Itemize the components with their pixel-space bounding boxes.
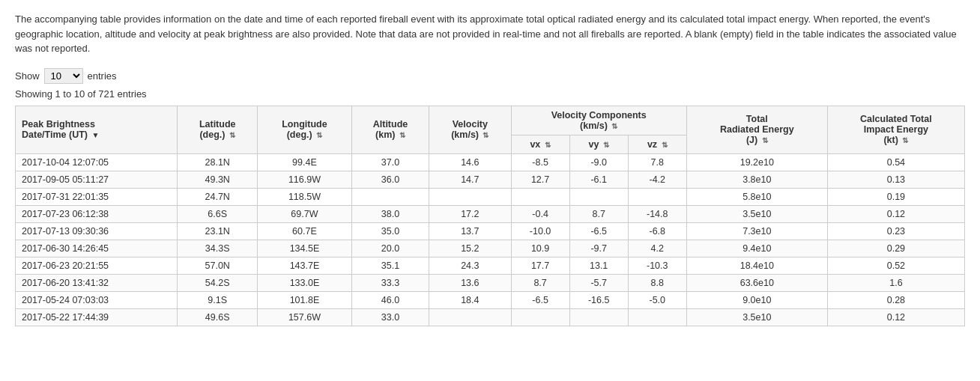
- col-longitude[interactable]: Longitude(deg.) ⇅: [258, 106, 352, 153]
- table-cell: 0.13: [827, 171, 964, 188]
- table-cell: 12.7: [511, 171, 569, 188]
- sort-icon-vy: ⇅: [603, 141, 609, 149]
- table-cell: 2017-06-20 13:41:32: [16, 274, 178, 291]
- table-cell: -9.7: [569, 240, 628, 257]
- table-cell: 2017-07-23 06:12:38: [16, 205, 178, 222]
- table-cell: 38.0: [351, 205, 429, 222]
- table-cell: 2017-05-24 07:03:03: [16, 291, 178, 308]
- col-altitude[interactable]: Altitude(km) ⇅: [351, 106, 429, 153]
- sort-icon-latitude: ⇅: [229, 131, 235, 139]
- table-cell: 33.0: [351, 308, 429, 326]
- table-cell: 13.6: [429, 274, 511, 291]
- table-cell: 0.54: [827, 153, 964, 171]
- table-cell: 17.7: [511, 257, 569, 274]
- table-cell: -14.8: [628, 205, 686, 222]
- table-row: 2017-10-04 12:07:0528.1N99.4E37.014.6-8.…: [16, 153, 965, 171]
- table-cell: 69.7W: [258, 205, 352, 222]
- header-row-1: Peak BrightnessDate/Time (UT) ▼ Latitude…: [16, 106, 965, 135]
- table-cell: 2017-09-05 05:11:27: [16, 171, 178, 188]
- table-cell: -4.2: [628, 171, 686, 188]
- fireball-table: Peak BrightnessDate/Time (UT) ▼ Latitude…: [15, 106, 965, 326]
- table-cell: -6.5: [569, 222, 628, 240]
- table-cell: 133.0E: [258, 274, 352, 291]
- table-cell: 2017-06-30 14:26:45: [16, 240, 178, 257]
- table-cell: 0.12: [827, 205, 964, 222]
- table-cell: 54.2S: [178, 274, 258, 291]
- table-cell: -6.8: [628, 222, 686, 240]
- table-cell: 15.2: [429, 240, 511, 257]
- sort-icon-radiated: ⇅: [762, 136, 768, 144]
- table-cell: [511, 188, 569, 205]
- table-cell: 33.3: [351, 274, 429, 291]
- description-text: The accompanying table provides informat…: [15, 12, 965, 56]
- table-cell: [628, 308, 686, 326]
- table-row: 2017-06-23 20:21:5557.0N143.7E35.124.317…: [16, 257, 965, 274]
- table-cell: 99.4E: [258, 153, 352, 171]
- table-row: 2017-07-31 22:01:3524.7N118.5W5.8e100.19: [16, 188, 965, 205]
- table-cell: 6.6S: [178, 205, 258, 222]
- table-cell: 7.8: [628, 153, 686, 171]
- table-cell: 9.0e10: [686, 291, 827, 308]
- table-row: 2017-09-05 05:11:2749.3N116.9W36.014.712…: [16, 171, 965, 188]
- table-cell: -10.3: [628, 257, 686, 274]
- table-cell: 49.3N: [178, 171, 258, 188]
- col-vz[interactable]: vz ⇅: [628, 135, 686, 153]
- show-label: Show: [15, 70, 40, 82]
- col-impact-energy[interactable]: Calculated TotalImpact Energy(kt) ⇅: [827, 106, 964, 153]
- table-cell: 17.2: [429, 205, 511, 222]
- table-cell: 2017-10-04 12:07:05: [16, 153, 178, 171]
- table-cell: 57.0N: [178, 257, 258, 274]
- table-cell: 24.3: [429, 257, 511, 274]
- sort-icon-vel-components: ⇅: [611, 122, 617, 130]
- table-row: 2017-07-13 09:30:3623.1N60.7E35.013.7-10…: [16, 222, 965, 240]
- table-cell: [511, 308, 569, 326]
- table-cell: [429, 308, 511, 326]
- table-cell: 1.6: [827, 274, 964, 291]
- table-cell: 116.9W: [258, 171, 352, 188]
- entries-label: entries: [88, 70, 117, 82]
- table-cell: 20.0: [351, 240, 429, 257]
- table-cell: -5.0: [628, 291, 686, 308]
- table-row: 2017-06-20 13:41:3254.2S133.0E33.313.68.…: [16, 274, 965, 291]
- table-cell: -5.7: [569, 274, 628, 291]
- col-peak-brightness[interactable]: Peak BrightnessDate/Time (UT) ▼: [16, 106, 178, 153]
- table-body: 2017-10-04 12:07:0528.1N99.4E37.014.6-8.…: [16, 153, 965, 326]
- table-cell: 24.7N: [178, 188, 258, 205]
- table-cell: 7.3e10: [686, 222, 827, 240]
- sort-icon-vx: ⇅: [545, 141, 551, 149]
- table-cell: 0.28: [827, 291, 964, 308]
- sort-icon-impact: ⇅: [902, 136, 908, 144]
- col-latitude[interactable]: Latitude(deg.) ⇅: [178, 106, 258, 153]
- table-cell: [628, 188, 686, 205]
- table-cell: 5.8e10: [686, 188, 827, 205]
- sort-icon-altitude: ⇅: [399, 131, 405, 139]
- table-cell: 23.1N: [178, 222, 258, 240]
- col-velocity[interactable]: Velocity(km/s) ⇅: [429, 106, 511, 153]
- table-cell: 0.29: [827, 240, 964, 257]
- table-cell: -0.4: [511, 205, 569, 222]
- table-cell: 101.8E: [258, 291, 352, 308]
- table-cell: 60.7E: [258, 222, 352, 240]
- table-cell: 18.4: [429, 291, 511, 308]
- table-cell: 46.0: [351, 291, 429, 308]
- table-cell: -10.0: [511, 222, 569, 240]
- table-cell: 34.3S: [178, 240, 258, 257]
- col-radiated-energy[interactable]: TotalRadiated Energy(J) ⇅: [686, 106, 827, 153]
- table-cell: -6.5: [511, 291, 569, 308]
- table-cell: 63.6e10: [686, 274, 827, 291]
- col-vx[interactable]: vx ⇅: [511, 135, 569, 153]
- entries-select[interactable]: 10 25 50 100: [44, 68, 83, 84]
- table-cell: 13.1: [569, 257, 628, 274]
- table-cell: 2017-07-13 09:30:36: [16, 222, 178, 240]
- table-cell: -6.1: [569, 171, 628, 188]
- sort-icon-longitude: ⇅: [316, 131, 322, 139]
- table-cell: 14.7: [429, 171, 511, 188]
- table-cell: 8.8: [628, 274, 686, 291]
- table-row: 2017-07-23 06:12:386.6S69.7W38.017.2-0.4…: [16, 205, 965, 222]
- col-vy[interactable]: vy ⇅: [569, 135, 628, 153]
- table-cell: 0.19: [827, 188, 964, 205]
- table-cell: 28.1N: [178, 153, 258, 171]
- table-cell: 49.6S: [178, 308, 258, 326]
- table-cell: [429, 188, 511, 205]
- sort-icon-datetime: ▼: [91, 131, 99, 139]
